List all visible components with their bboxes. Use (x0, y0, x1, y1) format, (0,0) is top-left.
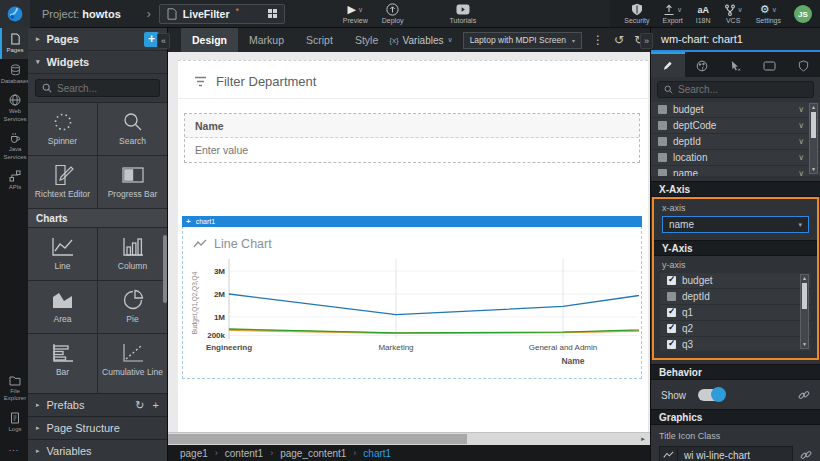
rail-item-java-services[interactable]: Java Services (0, 127, 28, 165)
graphics-section-header[interactable]: Graphics (651, 409, 820, 425)
checkbox[interactable] (658, 121, 667, 130)
breadcrumb-item[interactable]: content1 (225, 448, 263, 459)
export-chevron-icon[interactable]: ∨ (677, 6, 682, 14)
tab-script[interactable]: Script (295, 28, 344, 52)
breadcrumb-item[interactable]: page_content1 (280, 448, 346, 459)
vcs-button[interactable]: ∨ VCS (724, 3, 743, 24)
checkbox[interactable] (667, 324, 676, 333)
design-canvas[interactable]: Filter Department Name + chart1 Lin (168, 52, 650, 432)
horizontal-scrollbar-thumb[interactable] (168, 434, 467, 444)
rail-item-logs[interactable]: Logs (0, 407, 28, 438)
widget-tile-cumulative-line[interactable]: Cumulative Line (98, 334, 167, 386)
prefabs-section-header[interactable]: ▸ Prefabs ↻+ (28, 393, 167, 416)
y-axis-option[interactable]: q2 (660, 321, 811, 337)
field-row[interactable]: deptCode∨ (651, 118, 820, 134)
undo-button[interactable]: ↺ (614, 34, 624, 46)
bind-property-icon[interactable] (798, 389, 810, 401)
filter-form-header[interactable]: Filter Department (178, 61, 648, 99)
property-search-input[interactable] (678, 84, 807, 95)
widget-tile-progress-bar[interactable]: Progress Bar (98, 156, 167, 208)
y-axis-list-scrollbar[interactable]: ▲▼ (800, 274, 809, 349)
widget-search-input[interactable] (57, 83, 153, 94)
tab-properties[interactable] (651, 52, 685, 77)
more-options-button[interactable]: ⋮ (592, 34, 604, 46)
checkbox[interactable] (658, 105, 667, 114)
widget-tile-pie[interactable]: Pie (98, 281, 167, 333)
field-row[interactable]: budget∨ (651, 102, 820, 118)
deploy-button[interactable]: Deploy (382, 3, 404, 24)
tab-device[interactable] (752, 52, 786, 77)
checkbox[interactable] (667, 340, 676, 349)
scroll-down-icon[interactable]: ▼ (802, 341, 807, 348)
checkbox[interactable] (658, 169, 667, 176)
breadcrumb-item-current[interactable]: chart1 (363, 448, 391, 459)
user-avatar[interactable]: JS (794, 5, 812, 23)
tab-style[interactable]: Style (344, 28, 389, 52)
collapse-left-panel-button[interactable]: « (157, 33, 170, 49)
widget-tile-column[interactable]: Column (98, 228, 167, 280)
scroll-right-arrow[interactable]: ▸ (637, 433, 649, 445)
page-structure-section-header[interactable]: ▸ Page Structure (28, 416, 167, 439)
chevron-down-icon[interactable]: ∨ (798, 121, 804, 130)
chart-widget[interactable]: + chart1 Line Chart 3M2M1M200kEngineerin… (182, 216, 642, 379)
checkbox[interactable] (658, 137, 667, 146)
app-logo[interactable] (0, 0, 30, 28)
chevron-down-icon[interactable]: ∨ (798, 105, 804, 114)
filter-field-panel[interactable]: Name (184, 113, 640, 163)
tutorials-button[interactable]: Tutorials (450, 3, 477, 24)
settings-button[interactable]: ⚙∨ Settings (756, 3, 781, 24)
device-selector[interactable]: Laptop with MDPI Screen▾ (463, 32, 582, 49)
scroll-up-icon[interactable]: ▲ (802, 275, 807, 282)
checkbox[interactable] (658, 153, 667, 162)
y-axis-option[interactable]: deptId (660, 289, 811, 305)
chart-tile-partial[interactable] (98, 386, 167, 393)
canvas-page[interactable]: Filter Department Name + chart1 Lin (178, 60, 648, 432)
export-button[interactable]: ∨ Export (663, 3, 683, 24)
bind-property-icon[interactable] (800, 449, 812, 461)
checkbox[interactable] (667, 292, 676, 301)
widget-tile-spinner[interactable]: Spinner (28, 103, 97, 155)
horizontal-scrollbar[interactable]: ▸ (168, 432, 650, 445)
layout-grid-icon[interactable] (268, 9, 277, 18)
add-prefab-button[interactable]: + (153, 399, 159, 412)
preview-button[interactable]: ▶∨ Preview (343, 3, 368, 24)
widget-tile-bar[interactable]: Bar (28, 334, 97, 386)
field-row[interactable]: name∨ (651, 166, 820, 176)
y-axis-option[interactable]: q1 (660, 305, 811, 321)
chevron-down-icon[interactable]: ∨ (798, 153, 804, 162)
open-page-tab[interactable]: LiveFilter * (159, 4, 285, 24)
widget-tile-richtext-editor[interactable]: Richtext Editor (28, 156, 97, 208)
settings-chevron-icon[interactable]: ∨ (772, 6, 777, 14)
rail-more-button[interactable]: ... (0, 437, 28, 461)
scrollbar-thumb[interactable] (811, 112, 816, 138)
widget-tile-area[interactable]: Area (28, 281, 97, 333)
preview-chevron-icon[interactable]: ∨ (358, 6, 363, 14)
y-axis-section-header[interactable]: Y-Axis (654, 240, 817, 256)
tab-design[interactable]: Design (181, 28, 238, 52)
refresh-icon[interactable]: ↻ (135, 399, 144, 412)
tab-security[interactable] (786, 52, 820, 77)
left-panel-scrollbar[interactable] (163, 235, 167, 303)
tab-markup[interactable]: Markup (238, 28, 295, 52)
scroll-up-icon[interactable]: ▲ (811, 104, 816, 111)
y-axis-option[interactable]: budget (660, 273, 811, 289)
show-toggle[interactable] (698, 389, 724, 401)
vcs-chevron-icon[interactable]: ∨ (738, 6, 743, 14)
widget-selection-bar[interactable]: + chart1 (182, 216, 642, 227)
x-axis-select[interactable]: name ▾ (662, 216, 809, 233)
behavior-section-header[interactable]: Behavior (651, 364, 820, 380)
widgets-section-header[interactable]: ▾ Widgets (28, 51, 167, 74)
rail-item-file-explorer[interactable]: File Explorer (0, 370, 28, 407)
pages-section-header[interactable]: ▸ Pages + (28, 28, 167, 51)
tab-styles[interactable] (685, 52, 719, 77)
scrollbar-thumb[interactable] (802, 283, 807, 309)
checkbox[interactable] (667, 308, 676, 317)
rail-item-pages[interactable]: Pages (0, 28, 28, 59)
variables-button[interactable]: {x}Variables∨ (389, 35, 452, 46)
x-axis-section-header[interactable]: X-Axis (651, 181, 820, 197)
widget-tile-search[interactable]: Search (98, 103, 167, 155)
i18n-button[interactable]: aA I18N (696, 3, 711, 24)
tab-events[interactable] (719, 52, 753, 77)
security-button[interactable]: Security (624, 3, 649, 24)
rail-item-web-services[interactable]: Web Services (0, 89, 28, 127)
